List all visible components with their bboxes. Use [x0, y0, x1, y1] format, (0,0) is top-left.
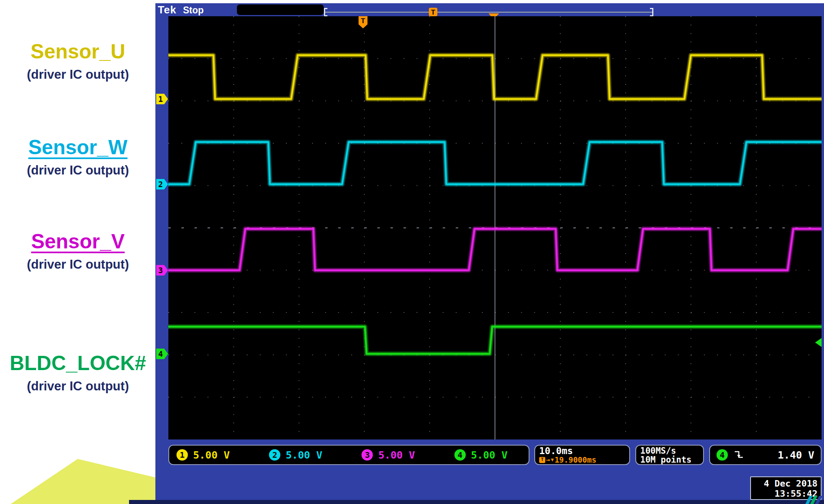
trigger-position-readout: T→▼19.9000ms	[539, 456, 625, 464]
trigger-level-arrow-icon[interactable]	[815, 338, 822, 347]
channel-scale-bar: 15.00 V25.00 V35.00 V45.00 V	[168, 445, 529, 465]
waveform-canvas: T	[168, 16, 822, 439]
label-sensor-v-subtitle: (driver IC output)	[2, 257, 153, 272]
oscilloscope-screenshot: Tek Stop T T 1234 15.00 V25.00 V35.00 V4…	[155, 3, 824, 504]
label-bldc-lock-subtitle: (driver IC output)	[2, 379, 153, 394]
scope-display: T	[168, 16, 822, 439]
channel-4-marker[interactable]: 4	[156, 349, 168, 359]
label-sensor-w-subtitle: (driver IC output)	[2, 163, 153, 178]
timebase-readout[interactable]: 10.0ms T→▼19.9000ms	[534, 445, 630, 465]
channel-1-marker[interactable]: 1	[156, 94, 168, 104]
label-bldc-lock-title: BLDC_LOCK#	[2, 352, 153, 374]
logo-mark-icon	[805, 496, 824, 504]
falling-edge-icon	[734, 449, 744, 461]
channel-3-volts-per-div: 5.00 V	[378, 449, 415, 461]
channel-4-badge: 4	[454, 449, 466, 461]
channel-2-marker[interactable]: 2	[156, 179, 168, 190]
down-triangle-icon: ▼	[551, 456, 554, 464]
label-sensor-v: Sensor_V (driver IC output)	[2, 230, 153, 272]
label-sensor-u: Sensor_U (driver IC output)	[2, 41, 153, 82]
acquisition-readout: 100MS/s 10M points	[635, 445, 704, 465]
bottom-strip	[129, 500, 824, 504]
channel-markers: 1234	[156, 16, 168, 439]
channel-4-volts-per-div: 5.00 V	[471, 449, 508, 461]
corner-logo	[805, 496, 824, 504]
slide: Sensor_U (driver IC output) Sensor_W (dr…	[0, 0, 824, 504]
trigger-readout[interactable]: 4 1.40 V	[709, 445, 822, 465]
trigger-time-flag-label: T	[361, 17, 366, 25]
channel-1-volts-per-div: 5.00 V	[193, 449, 230, 461]
channel-3-scale-readout[interactable]: 35.00 V	[361, 449, 415, 461]
channel-2-scale-readout[interactable]: 25.00 V	[269, 449, 322, 461]
channel-1-scale-readout[interactable]: 15.00 V	[176, 449, 230, 461]
channel-3-marker[interactable]: 3	[156, 265, 168, 276]
date-value: 4 Dec 2018	[754, 478, 818, 489]
trigger-position-value: 19.9000ms	[555, 456, 596, 464]
label-bldc-lock: BLDC_LOCK# (driver IC output)	[2, 352, 153, 394]
label-sensor-w: Sensor_W (driver IC output)	[2, 136, 153, 178]
sample-rate-value: 100MS/s	[640, 446, 699, 455]
channel-3-badge: 3	[361, 449, 373, 461]
label-sensor-v-title: Sensor_V	[2, 230, 153, 252]
channel-2-volts-per-div: 5.00 V	[286, 449, 322, 461]
trigger-level-value: 1.40 V	[778, 449, 814, 461]
record-length-value: 10M points	[640, 455, 699, 464]
channel-2-badge: 2	[269, 449, 280, 461]
label-sensor-w-title: Sensor_W	[2, 136, 153, 158]
scope-status-bar: 15.00 V25.00 V35.00 V45.00 V 10.0ms T→▼1…	[155, 445, 824, 466]
scope-titlebar: Tek Stop T	[155, 3, 824, 16]
timebase-scale: 10.0ms	[539, 446, 625, 456]
channel-4-scale-readout[interactable]: 45.00 V	[454, 449, 508, 461]
trigger-t-box-icon: T	[539, 457, 545, 463]
label-sensor-u-subtitle: (driver IC output)	[2, 67, 153, 82]
channel-1-badge: 1	[176, 449, 188, 461]
label-sensor-u-title: Sensor_U	[2, 41, 153, 62]
trigger-source-badge: 4	[716, 449, 728, 461]
record-trigger-t-label: T	[431, 9, 435, 16]
arrow-right-icon: →	[546, 456, 550, 464]
